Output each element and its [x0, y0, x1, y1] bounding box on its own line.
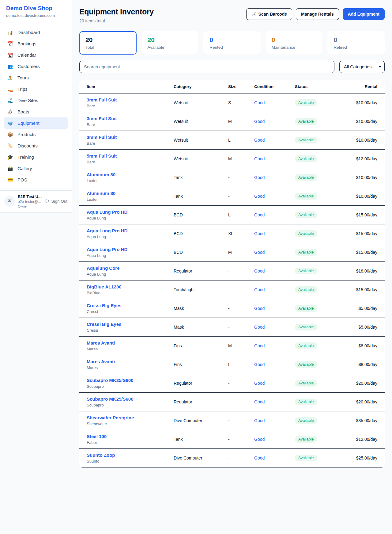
sidebar-item-equipment[interactable]: 🤿Equipment — [4, 117, 68, 129]
sidebar-item-dashboard[interactable]: 📊Dashboard — [4, 27, 68, 38]
stat-card-maintenance[interactable]: 0Maintenance — [266, 31, 323, 55]
category-cell: Dive Computer — [171, 449, 226, 467]
condition-link[interactable]: Good — [254, 194, 265, 199]
item-cell: Aqua Lung Pro HDAqua Lung — [79, 206, 171, 224]
sidebar-item-tours[interactable]: 🏝️Tours — [4, 72, 68, 83]
condition-link[interactable]: Good — [254, 325, 265, 330]
item-link[interactable]: Mares Avanti — [87, 359, 115, 364]
sign-out-button[interactable]: Sign Out — [45, 199, 67, 204]
status-cell: Available — [292, 112, 338, 131]
sidebar-item-boats[interactable]: ⛵Boats — [4, 106, 68, 117]
item-link[interactable]: Suunto Zoop — [87, 452, 115, 458]
item-link[interactable]: BigBlue AL1200 — [87, 284, 122, 289]
condition-link[interactable]: Good — [254, 306, 265, 311]
item-link[interactable]: Scubapro MK25/S600 — [87, 396, 134, 402]
category-select[interactable]: All Categories — [339, 61, 385, 73]
condition-link[interactable]: Good — [254, 231, 265, 236]
condition-link[interactable]: Good — [254, 156, 265, 161]
sidebar-item-gallery[interactable]: 📸Gallery — [4, 163, 68, 174]
size-cell: - — [226, 374, 252, 393]
item-link[interactable]: Aluminum 80 — [87, 191, 115, 196]
condition-link[interactable]: Good — [254, 269, 265, 273]
sidebar-item-pos[interactable]: 💳POS — [4, 174, 68, 185]
size-cell: - — [226, 280, 252, 299]
stat-label: Total — [85, 45, 130, 50]
stat-card-rented[interactable]: 0Rented — [203, 31, 261, 55]
sidebar-item-dive-sites[interactable]: 🌊Dive Sites — [4, 95, 68, 106]
item-link[interactable]: Aqualung Core — [87, 265, 120, 271]
condition-link[interactable]: Good — [254, 250, 265, 255]
category-cell: Dive Computer — [171, 411, 226, 430]
sidebar-item-trips[interactable]: 🚤Trips — [4, 83, 68, 95]
condition-link[interactable]: Good — [254, 138, 265, 143]
person-icon — [7, 198, 12, 205]
item-link[interactable]: 3mm Full Suit — [87, 97, 117, 102]
rental-cell: $18.00/day — [338, 262, 385, 280]
user-role: Owner — [18, 204, 42, 208]
stat-card-available[interactable]: 20Available — [141, 31, 199, 55]
condition-link[interactable]: Good — [254, 456, 265, 460]
rental-cell: $8.00/day — [338, 337, 385, 355]
size-cell: S — [226, 93, 252, 112]
item-link[interactable]: 3mm Full Suit — [87, 116, 117, 121]
condition-cell: Good — [252, 131, 292, 150]
avatar — [4, 196, 15, 207]
stat-card-total[interactable]: 20Total — [79, 31, 137, 55]
condition-link[interactable]: Good — [254, 437, 265, 442]
item-link[interactable]: Steel 100 — [87, 434, 107, 439]
sidebar-item-discounts[interactable]: 🏷️Discounts — [4, 140, 68, 151]
condition-cell: Good — [252, 187, 292, 206]
rental-cell: $12.00/day — [338, 430, 385, 449]
condition-link[interactable]: Good — [254, 287, 265, 292]
item-brand: Luxfer — [87, 178, 169, 183]
condition-link[interactable]: Good — [254, 418, 265, 423]
item-link[interactable]: Aqua Lung Pro HD — [87, 209, 127, 215]
condition-link[interactable]: Good — [254, 175, 265, 180]
sidebar-item-products[interactable]: 📦Products — [4, 129, 68, 140]
add-equipment-button[interactable]: Add Equipment — [343, 8, 385, 20]
table-row: Mares AvantiMaresFinsLGoodAvailable$8.00… — [79, 355, 385, 374]
brand-name[interactable]: Demo Dive Shop — [6, 5, 66, 12]
size-cell: L — [226, 131, 252, 150]
condition-link[interactable]: Good — [254, 362, 265, 367]
manage-rentals-button[interactable]: Manage Rentals — [296, 8, 339, 20]
condition-cell: Good — [252, 299, 292, 318]
table-row: Scubapro MK25/S600ScubaproRegulator-Good… — [79, 393, 385, 411]
search-input[interactable] — [79, 61, 334, 73]
table-row: Aluminum 80LuxferTank-GoodAvailable$10.0… — [79, 187, 385, 206]
sidebar-item-bookings[interactable]: 📅Bookings — [4, 38, 68, 49]
item-link[interactable]: 3mm Full Suit — [87, 135, 117, 140]
rental-cell: $35.00/day — [338, 411, 385, 430]
status-cell: Available — [292, 168, 338, 187]
condition-link[interactable]: Good — [254, 343, 265, 348]
item-link[interactable]: Cressi Big Eyes — [87, 303, 121, 308]
sidebar-item-training[interactable]: 🎓Training — [4, 151, 68, 163]
condition-link[interactable]: Good — [254, 212, 265, 217]
condition-link[interactable]: Good — [254, 399, 265, 404]
condition-link[interactable]: Good — [254, 119, 265, 124]
item-brand: BigBlue — [87, 291, 169, 295]
item-link[interactable]: 5mm Full Suit — [87, 153, 117, 158]
item-link[interactable]: Aqua Lung Pro HD — [87, 247, 127, 252]
item-link[interactable]: Aluminum 80 — [87, 172, 115, 177]
rental-cell: $10.00/day — [338, 187, 385, 206]
status-badge: Available — [295, 118, 317, 125]
item-brand: Aqua Lung — [87, 272, 169, 277]
sidebar-item-calendar[interactable]: 📆Calendar — [4, 49, 68, 61]
status-badge: Available — [295, 324, 317, 330]
category-cell: BCD — [171, 206, 226, 224]
sidebar-item-customers[interactable]: 👥Customers — [4, 61, 68, 72]
sidebar-item-label: Boats — [17, 109, 29, 114]
condition-link[interactable]: Good — [254, 100, 265, 105]
item-link[interactable]: Cressi Big Eyes — [87, 322, 121, 327]
item-link[interactable]: Scubapro MK25/S600 — [87, 378, 134, 383]
scan-barcode-button[interactable]: Scan Barcode — [246, 8, 292, 20]
item-link[interactable]: Shearwater Peregrine — [87, 415, 134, 420]
item-brand: Scubapro — [87, 403, 169, 407]
add-equipment-label: Add Equipment — [348, 12, 379, 17]
stat-card-retired[interactable]: 0Retired — [327, 31, 385, 55]
item-cell: 3mm Full SuitBare — [79, 93, 171, 112]
item-link[interactable]: Aqua Lung Pro HD — [87, 228, 127, 233]
item-link[interactable]: Mares Avanti — [87, 340, 115, 345]
condition-link[interactable]: Good — [254, 381, 265, 386]
